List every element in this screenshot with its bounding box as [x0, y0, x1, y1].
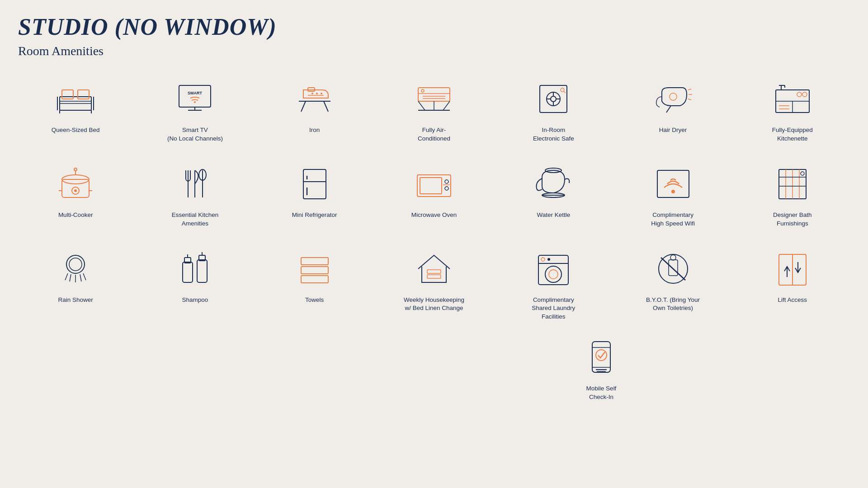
svg-point-20: [316, 93, 318, 94]
amenity-iron: Iron: [257, 72, 372, 148]
svg-line-95: [80, 274, 81, 282]
svg-point-113: [547, 258, 550, 261]
svg-point-75: [445, 180, 448, 183]
amenity-ac: Fully Air-Conditioned: [377, 72, 491, 148]
amenity-safe: In-RoomElectronic Safe: [496, 72, 611, 148]
svg-point-21: [321, 93, 322, 94]
amenity-shower: Rain Shower: [18, 242, 133, 326]
svg-text:SMART: SMART: [188, 91, 202, 95]
amenity-label: Lift Access: [778, 296, 807, 305]
amenity-hair-dryer: Hair Dryer: [615, 72, 730, 148]
svg-point-51: [802, 92, 807, 97]
amenity-smart-tv: SMART Smart TV(No Local Channels): [137, 72, 252, 148]
svg-point-82: [671, 190, 675, 193]
amenity-shampoo: Shampoo: [137, 242, 252, 326]
svg-point-89: [801, 172, 804, 175]
svg-line-92: [65, 273, 68, 280]
amenity-label: ComplimentaryShared LaundryFacilities: [532, 296, 575, 322]
svg-line-41: [688, 89, 691, 90]
svg-rect-115: [669, 260, 678, 276]
svg-point-112: [541, 258, 545, 261]
amenity-towels: Towels: [257, 242, 372, 326]
amenity-label: Rain Shower: [58, 296, 93, 305]
svg-point-50: [797, 92, 802, 97]
amenity-label: Designer BathFurnishings: [773, 211, 812, 228]
amenity-label: Hair Dryer: [659, 126, 687, 135]
amenity-label: Essential KitchenAmenities: [172, 211, 219, 228]
amenity-laundry: ComplimentaryShared LaundryFacilities: [496, 242, 611, 326]
svg-line-15: [301, 101, 306, 112]
amenity-label: Microwave Oven: [411, 211, 457, 220]
svg-point-10: [194, 101, 196, 103]
svg-rect-100: [197, 260, 207, 282]
svg-rect-107: [427, 275, 441, 278]
svg-rect-106: [427, 270, 441, 273]
svg-rect-2: [62, 90, 73, 99]
amenity-label: Water Kettle: [537, 211, 570, 220]
page-title: STUDIO (NO WINDOW): [18, 14, 850, 40]
svg-line-27: [418, 101, 425, 110]
svg-rect-74: [420, 178, 442, 194]
svg-line-96: [83, 273, 86, 280]
amenity-kitchen-amenities: Essential KitchenAmenities: [137, 157, 252, 233]
amenity-label: Mobile SelfCheck-In: [586, 385, 617, 402]
svg-rect-1: [60, 101, 91, 103]
svg-point-33: [551, 96, 556, 102]
amenity-label: In-RoomElectronic Safe: [533, 126, 574, 143]
amenity-label: Smart TV(No Local Channels): [167, 126, 223, 143]
amenities-grid: Queen-Sized Bed SMART Smart TV(No Local …: [18, 72, 850, 326]
svg-line-16: [324, 101, 328, 112]
amenity-label: Weekly Housekeepingw/ Bed Linen Change: [404, 296, 464, 313]
amenity-label: Towels: [305, 296, 324, 305]
svg-rect-73: [417, 175, 451, 197]
svg-point-26: [421, 89, 424, 92]
svg-point-111: [549, 270, 558, 279]
amenity-kitchenette: Fully-EquippedKitchenette: [735, 72, 850, 148]
svg-line-117: [661, 258, 685, 280]
svg-rect-103: [301, 258, 328, 265]
svg-point-76: [445, 187, 448, 190]
amenity-multi-cooker: Multi-Cooker: [18, 157, 133, 233]
svg-point-44: [670, 93, 677, 100]
svg-point-110: [545, 266, 561, 282]
svg-rect-3: [78, 90, 89, 99]
svg-line-29: [443, 101, 450, 110]
amenity-label: B.Y.O.T. (Bring YourOwn Toiletries): [646, 296, 700, 313]
svg-point-58: [74, 168, 77, 171]
svg-point-116: [670, 255, 676, 260]
svg-point-125: [596, 350, 607, 361]
amenity-kettle: Water Kettle: [496, 157, 611, 233]
amenity-label: Iron: [309, 126, 320, 135]
svg-point-38: [561, 88, 564, 92]
amenity-label: ComplimentaryHigh Speed Wifi: [651, 211, 695, 228]
svg-point-91: [69, 258, 82, 271]
amenity-label: Multi-Cooker: [58, 211, 93, 220]
amenity-label: Shampoo: [182, 296, 208, 305]
amenity-queen-bed: Queen-Sized Bed: [18, 72, 133, 148]
svg-line-93: [70, 274, 71, 282]
amenity-mobile-checkin: Mobile SelfCheck-In: [574, 330, 628, 406]
svg-rect-97: [183, 262, 193, 282]
svg-rect-8: [179, 85, 211, 107]
amenity-lift: Lift Access: [735, 242, 850, 326]
svg-point-60: [74, 189, 77, 192]
svg-rect-105: [301, 276, 328, 283]
amenity-bath: Designer BathFurnishings: [735, 157, 850, 233]
amenity-wifi: ComplimentaryHigh Speed Wifi: [615, 157, 730, 233]
amenity-label: Fully Air-Conditioned: [418, 126, 450, 143]
svg-line-40: [666, 106, 671, 113]
svg-rect-104: [301, 267, 328, 274]
amenity-label: Queen-Sized Bed: [52, 126, 100, 135]
amenity-label: Fully-EquippedKitchenette: [772, 126, 813, 143]
amenity-housekeeping: Weekly Housekeepingw/ Bed Linen Change: [377, 242, 491, 326]
svg-rect-31: [540, 85, 567, 113]
svg-point-19: [311, 93, 313, 94]
page-subtitle: Room Amenities: [18, 44, 850, 58]
amenity-label: Mini Refrigerator: [292, 211, 337, 220]
svg-line-39: [564, 91, 566, 93]
amenity-byot: B.Y.O.T. (Bring YourOwn Toiletries): [615, 242, 730, 326]
amenity-mini-fridge: Mini Refrigerator: [257, 157, 372, 233]
amenity-microwave: Microwave Oven: [377, 157, 491, 233]
svg-line-43: [688, 99, 691, 100]
